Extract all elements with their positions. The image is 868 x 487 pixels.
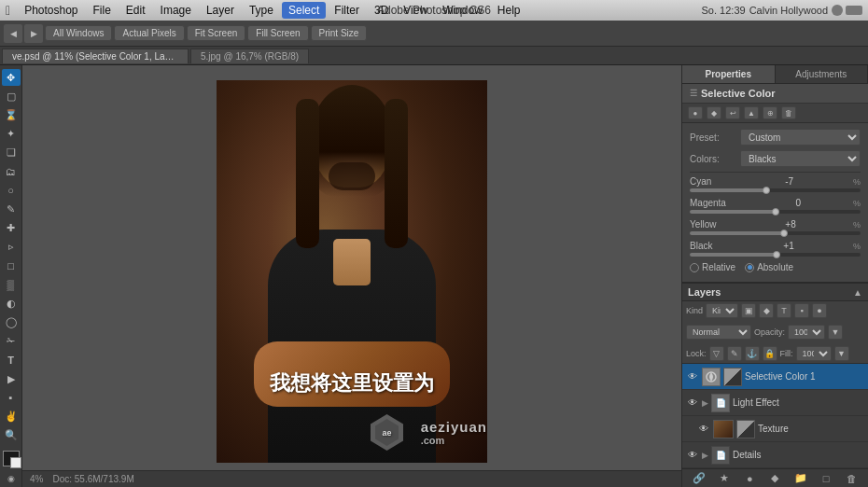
add-mask-btn[interactable]: ● [742, 471, 757, 486]
menu-help[interactable]: Help [491, 2, 527, 19]
magenta-track[interactable] [690, 210, 861, 214]
blend-mode-dropdown[interactable]: Normal [686, 325, 751, 340]
shape-tool[interactable]: ▪ [2, 389, 21, 406]
forward-btn[interactable]: ▶ [24, 24, 43, 43]
layer-filter-shape[interactable]: ▪ [794, 303, 809, 318]
menu-image[interactable]: Image [154, 2, 198, 19]
foreground-color[interactable] [3, 451, 20, 466]
menu-filter[interactable]: Filter [328, 2, 366, 19]
crop-tool[interactable]: ❏ [2, 145, 21, 161]
link-layers-btn[interactable]: 🔗 [692, 471, 707, 486]
canvas-area[interactable]: 我想将这里设置为 ae aeziyuan .com [22, 65, 681, 487]
layer-1-visibility-icon[interactable]: 👁 [686, 397, 699, 410]
new-fill-adjustment-btn[interactable]: ◆ [767, 471, 782, 486]
relative-radio-circle[interactable] [690, 263, 699, 272]
magenta-thumb[interactable] [772, 208, 779, 216]
fit-screen-btn[interactable]: Fit Screen [187, 25, 246, 41]
layers-toolbar: Kind Kind ▣ ◆ T ▪ ● Normal [682, 301, 868, 364]
quick-select-tool[interactable]: ✦ [2, 126, 21, 143]
actual-pixels-btn[interactable]: Actual Pixels [114, 25, 184, 41]
menu-layer[interactable]: Layer [200, 2, 241, 19]
delete-layer-btn[interactable]: 🗑 [844, 471, 859, 486]
black-thumb[interactable] [773, 251, 780, 258]
lock-all-btn[interactable]: 🔒 [763, 346, 777, 361]
dodge-tool[interactable]: ◯ [2, 313, 21, 330]
fill-menu-btn[interactable]: ▼ [834, 346, 849, 361]
content-area: ✥ ▢ ⌛ ✦ ❏ 🗂 ○ ✎ ✚ ▹ □ ▒ ◐ ◯ ✁ T ▶ ▪ ✌ 🔍 … [0, 65, 868, 487]
kind-dropdown[interactable]: Kind [706, 303, 738, 318]
clone-tool[interactable]: ✚ [2, 220, 21, 237]
fill-screen-btn[interactable]: Fill Screen [247, 25, 308, 41]
type-tool[interactable]: T [2, 352, 21, 369]
panel-icon-btn-2[interactable]: ◆ [707, 106, 721, 119]
pen-tool[interactable]: ✁ [2, 333, 21, 350]
tab-adjustments[interactable]: Adjustments [776, 65, 869, 83]
lock-image-btn[interactable]: ✎ [727, 346, 742, 361]
new-group-btn[interactable]: 📁 [793, 471, 808, 486]
layer-light-effect[interactable]: 👁 ▶ 📄 Light Effect [682, 390, 868, 416]
quick-mask-btn[interactable]: ◉ [7, 474, 15, 483]
layer-selective-color-1[interactable]: 👁 Selective Color 1 [682, 364, 868, 390]
print-size-btn[interactable]: Print Size [311, 25, 368, 41]
eraser-tool[interactable]: □ [2, 257, 21, 274]
layer-1-expand-btn[interactable]: ▶ [702, 398, 708, 408]
tab-1[interactable]: 5.jpg @ 16,7% (RGB/8) [190, 49, 309, 63]
path-select-tool[interactable]: ▶ [2, 370, 21, 387]
marquee-tool[interactable]: ▢ [2, 88, 21, 104]
layer-3-visibility-icon[interactable]: 👁 [686, 449, 699, 462]
black-track[interactable] [690, 253, 861, 257]
panel-icon-btn-3[interactable]: ↩ [725, 106, 740, 119]
panel-icon-btn-5[interactable]: ⊕ [763, 106, 777, 119]
gradient-tool[interactable]: ▒ [2, 276, 21, 293]
layer-0-visibility-icon[interactable]: 👁 [686, 370, 699, 383]
panel-icon-btn-6[interactable]: 🗑 [781, 106, 796, 119]
new-layer-btn[interactable]: □ [819, 471, 833, 486]
absolute-radio-circle[interactable] [745, 263, 754, 272]
blur-tool[interactable]: ◐ [2, 295, 21, 312]
cyan-track[interactable] [690, 188, 861, 192]
lock-position-btn[interactable]: ⚓ [745, 346, 760, 361]
layer-filter-type[interactable]: T [777, 303, 791, 318]
add-layer-style-btn[interactable]: ★ [717, 471, 732, 486]
layer-filter-smart[interactable]: ● [812, 303, 827, 318]
move-tool[interactable]: ✥ [2, 69, 21, 86]
colors-dropdown[interactable]: Blacks [740, 150, 861, 167]
all-windows-btn[interactable]: All Windows [45, 25, 112, 41]
layers-collapse-btn[interactable]: ▲ [853, 287, 862, 298]
back-btn[interactable]: ◀ [4, 24, 22, 43]
menu-edit[interactable]: Edit [119, 2, 152, 19]
hand-tool[interactable]: ✌ [2, 408, 21, 424]
history-brush[interactable]: ▹ [2, 239, 21, 256]
opacity-dropdown[interactable]: 100% [788, 325, 825, 340]
tab-properties[interactable]: Properties [682, 65, 776, 83]
menu-file[interactable]: File [87, 2, 118, 19]
layer-filter-adjust[interactable]: ◆ [759, 303, 774, 318]
opacity-menu-btn[interactable]: ▼ [828, 325, 843, 340]
preset-dropdown[interactable]: Custom [740, 129, 861, 146]
absolute-radio[interactable]: Absolute [745, 262, 793, 272]
cyan-thumb[interactable] [763, 187, 770, 194]
brush-tool[interactable]: ✎ [2, 201, 21, 217]
yellow-thumb[interactable] [780, 230, 788, 237]
menu-select[interactable]: Select [282, 2, 326, 19]
panel-icon-btn-4[interactable]: ▲ [744, 106, 759, 119]
eyedropper-tool[interactable]: 🗂 [2, 163, 21, 180]
menu-photoshop[interactable]: Photoshop [18, 2, 84, 19]
heal-tool[interactable]: ○ [2, 182, 21, 199]
zoom-tool[interactable]: 🔍 [2, 427, 21, 444]
layer-3-expand-btn[interactable]: ▶ [702, 451, 708, 460]
menu-type[interactable]: Type [243, 2, 280, 19]
yellow-track[interactable] [690, 231, 861, 235]
layer-texture[interactable]: 👁 Texture [682, 416, 868, 442]
background-color[interactable] [10, 457, 21, 468]
lasso-tool[interactable]: ⌛ [2, 106, 21, 123]
relative-radio[interactable]: Relative [690, 262, 735, 272]
layer-2-visibility-icon[interactable]: 👁 [697, 423, 710, 436]
layer-filter-pixel[interactable]: ▣ [741, 303, 756, 318]
fill-dropdown[interactable]: 100% [796, 346, 832, 361]
panel-icon-btn-1[interactable]: ● [688, 106, 703, 119]
layer-details[interactable]: 👁 ▶ 📄 Details [682, 442, 868, 468]
lock-transparent-btn[interactable]: ▽ [709, 346, 724, 361]
tab-0[interactable]: ve.psd @ 11% (Selective Color 1, Layer M… [2, 49, 189, 63]
apple-logo-icon[interactable]:  [6, 3, 10, 18]
